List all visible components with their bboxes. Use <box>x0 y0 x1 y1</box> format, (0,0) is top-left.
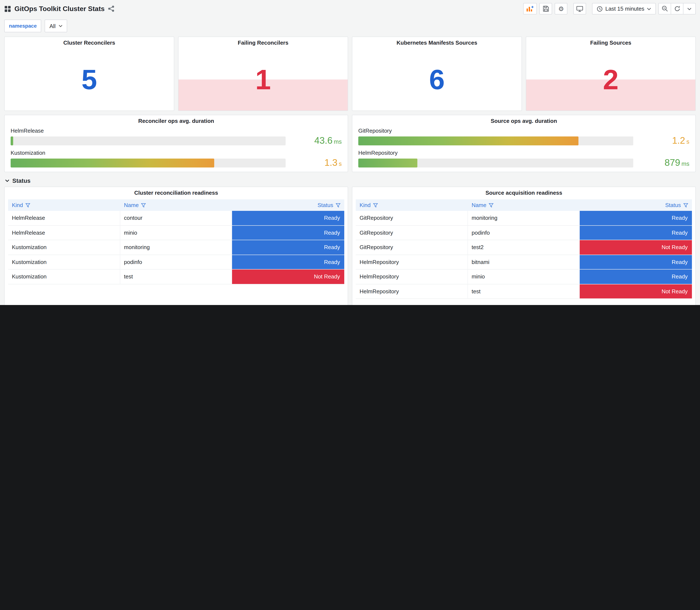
status-badge: Ready <box>580 255 692 269</box>
filter-funnel-icon[interactable] <box>336 203 340 207</box>
panel-title: Cluster reconciliation readiness <box>5 187 348 198</box>
cell-name: minio <box>120 225 232 240</box>
bar-gauge-track <box>358 158 633 167</box>
table-row: HelmRepositorybitnamiReady <box>356 255 692 270</box>
cell-status: Ready <box>580 270 692 284</box>
time-range-picker[interactable]: Last 15 minutes <box>592 3 656 14</box>
cell-name: bitnami <box>468 255 580 269</box>
bar-gauge-track <box>11 158 286 167</box>
stat-value: 5 <box>5 48 174 111</box>
status-badge: Not Ready <box>580 284 692 299</box>
cycle-view-button[interactable] <box>573 3 586 14</box>
stat-panel-cluster-reconcilers[interactable]: Cluster Reconcilers 5 <box>4 36 174 111</box>
cell-status: Ready <box>580 225 692 240</box>
settings-gear-icon: ⚙ <box>558 5 564 12</box>
time-range-label: Last 15 minutes <box>605 5 644 12</box>
cell-kind: Kustomization <box>8 270 120 284</box>
status-badge: Ready <box>232 225 344 240</box>
cell-status: Not Ready <box>580 284 692 299</box>
gauge-value: 1.3s <box>292 157 342 168</box>
cell-status: Not Ready <box>232 270 344 284</box>
clock-icon <box>597 6 603 12</box>
bar-gauge-track <box>358 136 633 145</box>
panel-title: Failing Reconcilers <box>179 37 348 48</box>
column-header-status[interactable]: Status <box>580 199 692 211</box>
stat-panel-failing-sources[interactable]: Failing Sources 2 <box>526 36 696 111</box>
add-panel-button[interactable] <box>523 3 537 14</box>
refresh-button[interactable] <box>671 3 683 14</box>
section-status[interactable]: Status <box>0 172 700 187</box>
column-header-name[interactable]: Name <box>120 199 232 211</box>
cell-name: podinfo <box>468 225 580 240</box>
filter-funnel-icon[interactable] <box>26 203 30 207</box>
save-dashboard-button[interactable] <box>539 3 552 14</box>
filter-funnel-icon[interactable] <box>141 203 146 207</box>
dashboard-settings-button[interactable]: ⚙ <box>555 3 567 14</box>
dashboard: GitOps Toolkit Cluster Stats ⚙ Last 15 m… <box>0 0 700 305</box>
gauge-value: 43.6ms <box>292 135 342 146</box>
variable-value-dropdown[interactable]: All <box>45 19 67 32</box>
column-header-kind[interactable]: Kind <box>356 199 468 211</box>
cell-status: Ready <box>232 240 344 254</box>
column-header-name[interactable]: Name <box>468 199 580 211</box>
refresh-interval-dropdown[interactable] <box>683 3 696 14</box>
bar-gauge-fill <box>358 158 417 167</box>
status-badge: Ready <box>232 240 344 254</box>
share-icon[interactable] <box>108 5 114 12</box>
gauge-label: HelmRepository <box>358 150 689 156</box>
gauge-value: 1.2s <box>639 135 689 146</box>
section-title: Status <box>12 177 31 184</box>
table-row: HelmReleaseminioReady <box>8 225 344 240</box>
chevron-down-icon <box>647 7 651 10</box>
stat-value: 1 <box>179 48 348 111</box>
readiness-table: Kind Name Status HelmReleasecontourReady… <box>8 199 344 284</box>
cell-status: Not Ready <box>580 240 692 254</box>
cell-name: contour <box>120 211 232 225</box>
variable-label-namespace[interactable]: namespace <box>4 19 42 32</box>
cell-kind: GitRepository <box>356 240 468 254</box>
panel-title: Failing Sources <box>526 37 695 48</box>
dashboard-grid-icon[interactable] <box>4 5 11 12</box>
stat-panel-kubernetes-manifests-sources[interactable]: Kubernetes Manifests Sources 6 <box>352 36 522 111</box>
filter-funnel-icon[interactable] <box>373 203 378 207</box>
status-badge: Ready <box>580 270 692 284</box>
cell-name: test <box>120 270 232 284</box>
status-badge: Ready <box>232 211 344 225</box>
column-header-status[interactable]: Status <box>232 199 344 211</box>
status-badge: Ready <box>232 255 344 269</box>
gauge-label: Kustomization <box>11 150 342 156</box>
stat-panel-failing-reconcilers[interactable]: Failing Reconcilers 1 <box>178 36 348 111</box>
status-badge: Not Ready <box>580 240 692 254</box>
table-row: GitRepositorytest2Not Ready <box>356 240 692 255</box>
cell-name: monitoring <box>120 240 232 254</box>
status-tables-row: Cluster reconciliation readiness Kind Na… <box>0 187 700 305</box>
gauge-value: 879ms <box>639 157 689 168</box>
time-controls <box>658 3 696 14</box>
cell-kind: GitRepository <box>356 211 468 225</box>
filter-funnel-icon[interactable] <box>489 203 494 207</box>
table-row: HelmRepositoryminioReady <box>356 270 692 284</box>
status-badge: Ready <box>580 211 692 225</box>
cell-kind: HelmRelease <box>8 225 120 240</box>
column-header-kind[interactable]: Kind <box>8 199 120 211</box>
zoom-out-button[interactable] <box>658 3 671 14</box>
variable-selected-value: All <box>50 23 56 29</box>
stat-value: 2 <box>526 48 695 111</box>
cell-status: Ready <box>232 225 344 240</box>
cell-kind: HelmRepository <box>356 284 468 299</box>
stat-value: 6 <box>352 48 521 111</box>
filter-funnel-icon[interactable] <box>683 203 688 207</box>
cell-kind: Kustomization <box>8 255 120 269</box>
cell-status: Ready <box>232 211 344 225</box>
bar-gauge-fill <box>358 136 578 145</box>
panel-title: Cluster Reconcilers <box>5 37 174 48</box>
panel-reconciler-ops-duration: Reconciler ops avg. duration HelmRelease… <box>4 115 348 172</box>
cell-kind: HelmRelease <box>8 211 120 225</box>
chevron-down-icon <box>59 25 63 27</box>
cell-name: test <box>468 284 580 299</box>
cell-status: Ready <box>580 255 692 269</box>
bar-gauge-fill <box>11 136 13 145</box>
cell-status: Ready <box>580 211 692 225</box>
panel-title: Source ops avg. duration <box>352 115 695 127</box>
panel-title: Source acquisition readiness <box>352 187 695 198</box>
